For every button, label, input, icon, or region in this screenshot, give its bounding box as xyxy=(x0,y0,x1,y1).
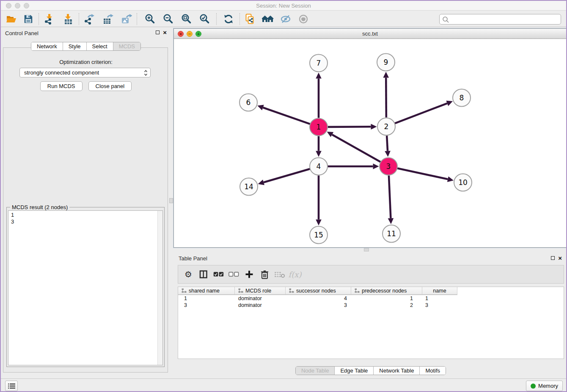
node-label-3: 3 xyxy=(386,162,391,171)
column-header-successor-nodes[interactable]: successor nodes xyxy=(286,287,351,294)
close-table-panel-icon[interactable]: × xyxy=(558,256,562,260)
export-image-icon[interactable] xyxy=(119,13,134,25)
select-all-columns-icon[interactable] xyxy=(211,268,226,281)
home-networks-icon[interactable] xyxy=(261,13,275,25)
control-panel-tab-group: NetworkStyleSelectMCDS xyxy=(31,42,141,51)
edge-arrowhead xyxy=(373,163,379,169)
table-cell[interactable]: 1 xyxy=(422,295,457,302)
toolbar-separator xyxy=(79,13,79,25)
tab-node-table[interactable]: Node Table xyxy=(296,367,335,375)
tab-select[interactable]: Select xyxy=(86,42,113,50)
column-header-shared-name[interactable]: shared name xyxy=(178,287,235,294)
graph-edge-2-3[interactable] xyxy=(387,135,388,151)
network-window-titlebar[interactable]: × − + scc.txt xyxy=(174,29,566,39)
task-history-button[interactable] xyxy=(5,381,18,391)
result-scrollbar[interactable] xyxy=(157,211,162,365)
close-panel-button[interactable]: Close panel xyxy=(88,81,132,91)
node-label-9: 9 xyxy=(384,58,388,66)
tab-style[interactable]: Style xyxy=(63,42,86,50)
network-canvas[interactable]: 7968124314101511 xyxy=(174,39,566,247)
table-cell[interactable]: 3 xyxy=(178,302,235,309)
hierarchy-icon xyxy=(289,288,294,293)
column-header-name[interactable]: name xyxy=(422,287,457,294)
edge-arrowhead xyxy=(316,220,322,226)
mcds-result-title: MCDS result (2 nodes) xyxy=(10,204,69,210)
hierarchy-icon xyxy=(355,288,360,293)
float-table-panel-icon[interactable] xyxy=(551,256,555,260)
vertical-splitter-grip[interactable] xyxy=(169,198,173,203)
tab-mcds[interactable]: MCDS xyxy=(113,42,140,50)
tab-motifs[interactable]: Motifs xyxy=(419,367,446,375)
edge-arrowhead xyxy=(257,105,264,110)
graph-edge-3-11[interactable] xyxy=(389,175,391,218)
column-header-MCDS-role[interactable]: MCDS role xyxy=(235,287,286,294)
graph-edge-1-2[interactable] xyxy=(328,127,371,127)
table-cell[interactable]: 1 xyxy=(178,295,235,302)
graph-edge-4-14[interactable] xyxy=(264,169,310,182)
zoom-out-icon[interactable] xyxy=(161,13,175,25)
zoom-in-icon[interactable] xyxy=(143,13,157,25)
apply-layout-icon[interactable] xyxy=(221,13,236,25)
memory-button[interactable]: Memory xyxy=(526,381,563,391)
clone-network-icon[interactable] xyxy=(243,13,257,25)
table-settings-gear-icon[interactable]: ⚙ xyxy=(181,268,196,281)
node-label-15: 15 xyxy=(314,231,323,239)
graph-edge-2-8[interactable] xyxy=(395,103,447,123)
edge-arrowhead xyxy=(388,218,394,224)
unselect-all-columns-icon[interactable] xyxy=(226,268,242,281)
network-graph: 7968124314101511 xyxy=(174,39,566,247)
horizontal-splitter-grip[interactable] xyxy=(364,248,369,251)
graph-edge-1-6[interactable] xyxy=(263,108,310,124)
criterion-dropdown[interactable]: strongly connected component xyxy=(19,68,151,77)
table-tab-group: Node TableEdge TableNetwork TableMotifs xyxy=(295,366,446,375)
table-cell[interactable]: 3 xyxy=(422,302,457,309)
node-table[interactable]: shared nameMCDS rolesuccessor nodesprede… xyxy=(178,287,564,359)
table-cell[interactable]: 1 xyxy=(351,295,422,302)
node-label-2: 2 xyxy=(384,122,389,131)
table-row[interactable]: 1dominator411 xyxy=(178,295,564,302)
add-column-icon[interactable] xyxy=(242,268,257,281)
mcds-result-group: MCDS result (2 nodes) 1 3 xyxy=(6,207,165,367)
table-header-row: shared nameMCDS rolesuccessor nodesprede… xyxy=(178,287,457,295)
zoom-selected-icon[interactable] xyxy=(197,13,212,25)
run-mcds-button[interactable]: Run MCDS xyxy=(40,81,83,91)
graph-edge-3-1[interactable] xyxy=(332,135,380,162)
list-icon xyxy=(8,383,15,389)
save-session-icon[interactable] xyxy=(21,13,36,25)
application-window: Session: New Session xyxy=(0,0,567,392)
table-cell[interactable]: dominator xyxy=(235,295,286,302)
memory-status-icon xyxy=(531,384,536,389)
table-cell[interactable]: 2 xyxy=(351,302,422,309)
table-cell[interactable]: 4 xyxy=(286,295,351,302)
show-columns-icon[interactable] xyxy=(196,268,211,281)
float-panel-icon[interactable] xyxy=(156,30,160,34)
search-input[interactable] xyxy=(451,15,559,24)
optimization-criterion-label: Optimization criterion: xyxy=(1,59,171,65)
import-table-icon[interactable] xyxy=(61,13,76,25)
hide-selected-eye-icon[interactable] xyxy=(278,13,293,25)
network-view-window: × − + scc.txt 7968124314101511 xyxy=(173,28,567,248)
import-network-icon[interactable] xyxy=(42,13,56,25)
export-network-icon[interactable] xyxy=(82,13,96,25)
graph-edge-3-10[interactable] xyxy=(397,168,448,179)
control-panel-header: Control Panel × xyxy=(1,28,171,39)
table-panel-tabs: Node TableEdge TableNetwork TableMotifs xyxy=(173,366,567,375)
table-row[interactable]: 3dominator323 xyxy=(178,302,564,309)
table-panel: Table Panel × ⚙ xyxy=(173,253,567,378)
open-session-icon[interactable] xyxy=(4,13,19,25)
table-cell[interactable]: 3 xyxy=(286,302,351,309)
close-panel-icon[interactable]: × xyxy=(163,30,167,35)
table-cell[interactable]: dominator xyxy=(235,302,286,309)
tab-network[interactable]: Network xyxy=(31,42,63,50)
tab-network-table[interactable]: Network Table xyxy=(373,367,419,375)
tab-edge-table[interactable]: Edge Table xyxy=(334,367,373,375)
toolbar-separator xyxy=(39,13,39,25)
window-titlebar: Session: New Session xyxy=(1,1,566,11)
mcds-result-area[interactable]: 1 3 xyxy=(8,210,163,365)
zoom-fit-icon[interactable] xyxy=(179,13,193,25)
graph-edge-2-9[interactable] xyxy=(386,77,386,117)
column-header-predecessor-nodes[interactable]: predecessor nodes xyxy=(351,287,422,294)
delete-columns-trash-icon[interactable] xyxy=(257,268,272,281)
export-table-icon[interactable] xyxy=(101,13,115,25)
hierarchy-icon xyxy=(182,288,187,293)
